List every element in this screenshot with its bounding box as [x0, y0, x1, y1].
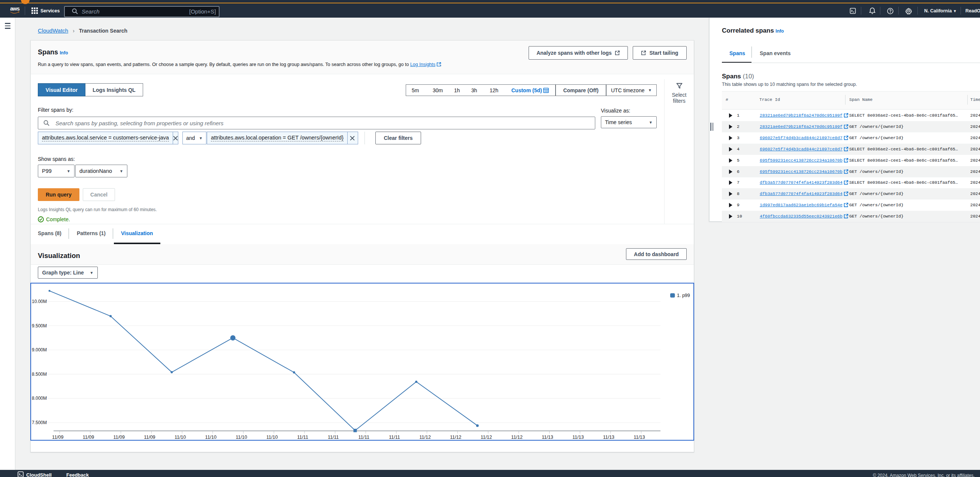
svg-text:aws: aws	[10, 6, 20, 12]
svg-text:11/13: 11/13	[542, 435, 553, 440]
svg-text:11/10: 11/10	[205, 435, 216, 440]
svg-text:11/10: 11/10	[235, 435, 247, 440]
svg-text:9.500M: 9.500M	[32, 323, 47, 329]
svg-text:8.500M: 8.500M	[32, 372, 47, 377]
svg-text:11/13: 11/13	[633, 435, 645, 440]
svg-text:11/09: 11/09	[113, 435, 125, 440]
svg-text:11/09: 11/09	[144, 435, 155, 440]
svg-text:11/12: 11/12	[511, 435, 523, 440]
svg-text:11/09: 11/09	[52, 435, 63, 440]
svg-text:9.000M: 9.000M	[32, 347, 47, 353]
svg-text:8.000M: 8.000M	[32, 396, 47, 401]
svg-text:11/12: 11/12	[450, 435, 461, 440]
svg-text:11/09: 11/09	[83, 435, 94, 440]
svg-text:11/11: 11/11	[389, 435, 400, 440]
svg-text:11/11: 11/11	[297, 435, 308, 440]
svg-text:11/13: 11/13	[603, 435, 614, 440]
svg-text:7.500M: 7.500M	[32, 420, 47, 425]
svg-text:1. p99: 1. p99	[677, 293, 690, 298]
svg-text:11/10: 11/10	[175, 435, 186, 440]
svg-text:11/11: 11/11	[358, 435, 369, 440]
svg-text:11/11: 11/11	[328, 435, 339, 440]
svg-text:11/12: 11/12	[480, 435, 492, 440]
svg-text:11/12: 11/12	[420, 435, 431, 440]
svg-text:10.00M: 10.00M	[32, 299, 47, 304]
svg-text:11/13: 11/13	[573, 435, 584, 440]
svg-text:11/10: 11/10	[266, 435, 278, 440]
